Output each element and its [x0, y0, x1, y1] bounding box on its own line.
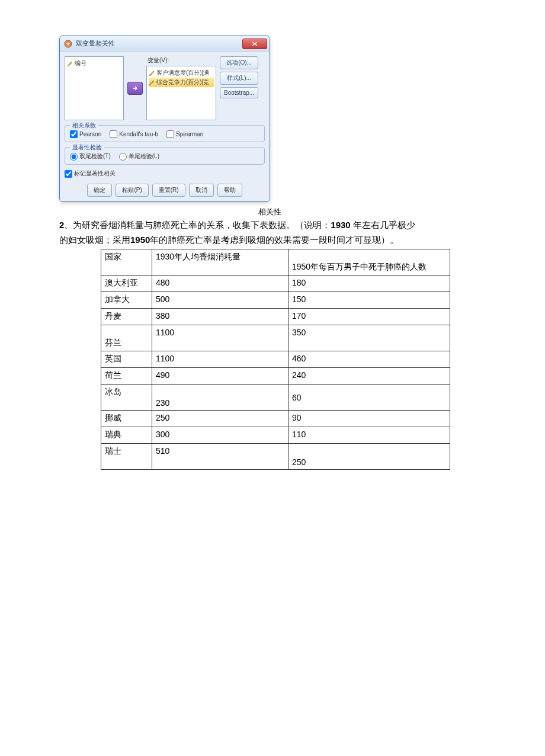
ok-button[interactable]: 确定 — [87, 184, 112, 197]
list-item[interactable]: 客户满意度(百分)[满 — [149, 68, 214, 78]
bivariate-correlation-dialog: 双变量相关性 编号 变量(V): — [59, 36, 270, 202]
close-icon — [252, 41, 258, 46]
header-country: 国家 — [101, 249, 152, 276]
table-row: 加拿大 500 150 — [101, 292, 450, 309]
list-item-label: 客户满意度(百分)[满 — [156, 69, 209, 77]
header-consumption: 1930年人均香烟消耗量 — [152, 249, 288, 276]
header-deaths: 1950年每百万男子中死于肺癌的人数 — [288, 249, 450, 276]
checkbox-input[interactable] — [110, 130, 117, 138]
list-item-label: 综合竞争力(百分)[竞 — [156, 78, 209, 87]
table-row: 荷兰 490 240 — [101, 368, 450, 385]
transfer-column — [127, 56, 143, 120]
group-title: 相关系数 — [70, 121, 98, 130]
radio-input[interactable] — [119, 153, 127, 161]
table-row: 挪威 250 90 — [101, 411, 450, 427]
side-buttons: 选项(O)... 样式(L)... Bootstrap... — [220, 56, 258, 98]
dialog-body: 编号 变量(V): 客户满意度(百分)[满 综合竞争力(百分)[竞 — [60, 52, 270, 201]
reset-button[interactable]: 重置(R) — [152, 184, 185, 197]
paste-button[interactable]: 粘贴(P) — [116, 184, 148, 197]
cancel-button[interactable]: 取消 — [189, 184, 214, 197]
list-item[interactable]: 编号 — [67, 59, 121, 68]
data-table: 国家 1930年人均香烟消耗量 1950年每百万男子中死于肺癌的人数 澳大利亚 … — [101, 249, 450, 470]
options-button[interactable]: 选项(O)... — [220, 56, 258, 69]
group-title: 显著性检验 — [70, 143, 104, 152]
one-tailed-radio[interactable]: 单尾检验(L) — [119, 152, 159, 161]
dialog-title: 双变量相关性 — [76, 39, 242, 48]
table-row: 芬兰 1100 350 — [101, 325, 450, 351]
question-text-line2: 的妇女吸烟；采用1950年的肺癌死亡率是考虑到吸烟的效果需要一段时间才可显现）。 — [59, 233, 480, 247]
arrow-right-icon — [132, 85, 139, 91]
scale-icon — [67, 60, 73, 66]
close-button[interactable] — [242, 39, 267, 49]
bootstrap-button[interactable]: Bootstrap... — [220, 87, 258, 98]
two-tailed-radio[interactable]: 双尾检验(T) — [70, 152, 111, 161]
figure-caption: 相关性 — [59, 207, 480, 217]
help-button[interactable]: 帮助 — [217, 184, 242, 197]
target-column: 变量(V): 客户满意度(百分)[满 综合竞争力(百分)[竞 — [146, 56, 216, 120]
list-item[interactable]: 综合竞争力(百分)[竞 — [149, 78, 214, 87]
kendall-checkbox[interactable]: Kendall's tau-b — [110, 130, 158, 138]
dialog-button-row: 确定 粘贴(P) 重置(R) 取消 帮助 — [65, 184, 265, 197]
checkbox-input[interactable] — [166, 130, 174, 138]
dialog-titlebar: 双变量相关性 — [60, 36, 270, 52]
checkbox-input[interactable] — [65, 170, 72, 178]
table-row: 冰岛 230 60 — [101, 385, 450, 411]
move-right-button[interactable] — [127, 82, 143, 95]
correlation-coefficient-group: 相关系数 Pearson Kendall's tau-b Spearman — [65, 125, 265, 142]
target-variables-list[interactable]: 客户满意度(百分)[满 综合竞争力(百分)[竞 — [146, 66, 216, 120]
scale-icon — [149, 79, 155, 85]
table-row: 英国 1100 460 — [101, 351, 450, 368]
table-row: 瑞典 300 110 — [101, 427, 450, 444]
scale-icon — [149, 70, 155, 76]
source-variables-list[interactable]: 编号 — [65, 56, 124, 120]
table-header-row: 国家 1930年人均香烟消耗量 1950年每百万男子中死于肺癌的人数 — [101, 249, 450, 276]
pearson-checkbox[interactable]: Pearson — [70, 130, 101, 138]
radio-input[interactable] — [70, 153, 78, 161]
table-row: 丹麦 380 170 — [101, 309, 450, 325]
flag-significant-checkbox[interactable]: 标记显著性相关 — [65, 169, 265, 178]
table-row: 澳大利亚 480 180 — [101, 276, 450, 292]
question-text: 2、为研究香烟消耗量与肺癌死亡率的关系，收集下表数据。（说明：1930 年左右几… — [59, 219, 480, 232]
significance-test-group: 显著性检验 双尾检验(T) 单尾检验(L) — [65, 147, 265, 165]
checkbox-input[interactable] — [70, 130, 78, 138]
spearman-checkbox[interactable]: Spearman — [166, 130, 203, 138]
style-button[interactable]: 样式(L)... — [220, 72, 258, 85]
app-icon — [63, 39, 73, 49]
variables-label: 变量(V): — [146, 56, 216, 65]
table-row: 瑞士 510 250 — [101, 444, 450, 470]
list-item-label: 编号 — [75, 59, 86, 68]
